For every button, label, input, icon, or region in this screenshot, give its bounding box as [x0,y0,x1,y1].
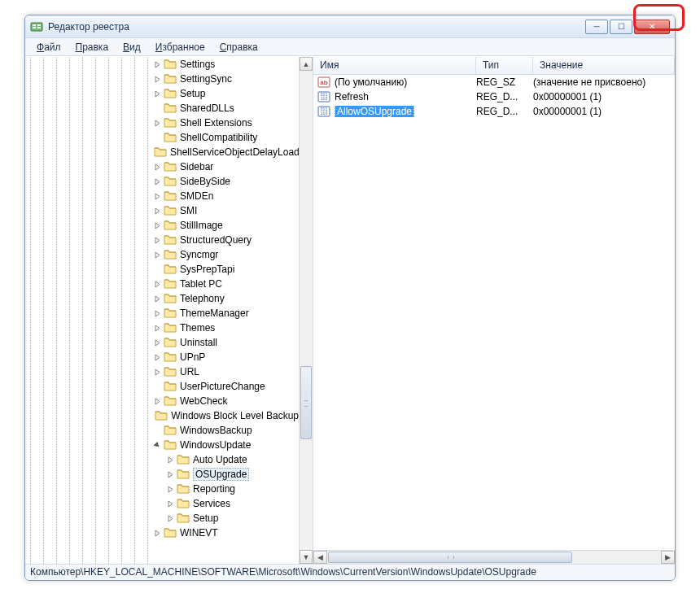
tree-item[interactable]: Sidebar [25,159,299,174]
tree-item[interactable]: Reporting [25,482,299,496]
svg-text:110: 110 [321,111,328,116]
scroll-thumb[interactable] [300,366,312,439]
maximize-button[interactable]: ☐ [610,20,632,34]
expand-icon[interactable] [152,279,162,289]
expand-icon[interactable] [152,191,162,201]
menu-file[interactable]: Файл [30,40,68,55]
expand-icon[interactable] [152,352,162,362]
tree-item[interactable]: Settings [25,57,299,72]
expand-icon[interactable] [152,206,162,216]
folder-icon [177,453,193,467]
value-row[interactable]: 011110RefreshREG_D...0x00000001 (1) [313,89,675,104]
folder-icon [164,526,180,540]
expand-icon[interactable] [165,484,175,494]
expand-icon[interactable] [152,308,162,318]
expand-icon[interactable] [165,499,175,508]
expand-icon[interactable] [152,396,162,406]
expand-icon[interactable] [165,469,175,479]
expand-icon[interactable] [152,235,162,245]
menu-edit[interactable]: Правка [69,40,116,55]
tree-vertical-scrollbar[interactable]: ▲ ▼ [299,57,313,564]
tree-item[interactable]: SMI [25,203,299,218]
tree-item[interactable]: Windows Block Level Backup [25,408,299,423]
tree-item-label: Shell Extensions [180,117,252,129]
tree-item[interactable]: UserPictureChange [25,379,299,394]
expand-icon[interactable] [152,162,162,172]
statusbar-path: Компьютер\HKEY_LOCAL_MACHINE\SOFTWARE\Mi… [25,564,675,580]
tree-item[interactable]: OSUpgrade [25,467,299,482]
values-horizontal-scrollbar[interactable]: ◀ ▶ [313,550,675,564]
tree-item[interactable]: UPnP [25,350,299,364]
values-list[interactable]: ab(По умолчанию)REG_SZ(значение не присв… [313,75,675,550]
expand-icon[interactable] [152,118,162,128]
expand-icon[interactable] [152,89,162,98]
scroll-thumb-h[interactable] [328,552,572,563]
tree-item[interactable]: Telephony [25,291,299,306]
expand-icon[interactable] [152,59,162,69]
scroll-up-button[interactable]: ▲ [300,57,313,71]
column-name[interactable]: Имя [313,57,476,74]
column-type[interactable]: Тип [476,57,533,74]
tree-item[interactable]: Setup [25,511,299,526]
tree-item[interactable]: Tablet PC [25,277,299,291]
scroll-down-button[interactable]: ▼ [300,550,313,564]
tree-item[interactable]: Themes [25,321,299,335]
column-value[interactable]: Значение [533,57,675,74]
menu-view[interactable]: Вид [116,40,147,55]
tree-item[interactable]: Shell Extensions [25,116,299,130]
tree-item[interactable]: Setup [25,86,299,101]
tree-item[interactable]: SMDEn [25,189,299,203]
collapse-icon[interactable] [152,440,162,450]
close-button[interactable]: ✕ [634,20,670,34]
tree-item[interactable]: URL [25,364,299,379]
tree-item-label: UPnP [180,351,205,363]
value-row[interactable]: ab(По умолчанию)REG_SZ(значение не присв… [313,75,675,89]
expand-icon[interactable] [152,323,162,333]
tree-item[interactable]: Uninstall [25,335,299,350]
tree-item[interactable]: ShellServiceObjectDelayLoad [25,145,299,159]
expand-icon[interactable] [152,294,162,303]
tree-item[interactable]: WINEVT [25,526,299,540]
folder-icon [164,292,180,306]
menu-favorites[interactable]: Избранное [149,40,212,55]
registry-tree[interactable]: SettingsSettingSyncSetupSharedDLLsShell … [25,57,299,540]
tree-item-label: StructuredQuery [180,234,252,246]
expand-icon[interactable] [165,513,175,523]
folder-icon [164,351,180,364]
tree-item[interactable]: StillImage [25,218,299,233]
tree-item-label: Sidebar [180,161,213,172]
value-row[interactable]: 011110AllowOSUpgradeREG_D...0x00000001 (… [313,104,675,119]
tree-item[interactable]: SideBySide [25,174,299,189]
scroll-right-button[interactable]: ▶ [661,551,675,564]
expand-icon[interactable] [152,74,162,84]
tree-item[interactable]: WindowsUpdate [25,438,299,452]
tree-item[interactable]: ThemeManager [25,306,299,321]
tree-item[interactable]: StructuredQuery [25,233,299,247]
tree-item[interactable]: Services [25,496,299,511]
tree-item[interactable]: SysPrepTapi [25,262,299,277]
values-header[interactable]: Имя Тип Значение [313,57,675,75]
tree-item-label: Windows Block Level Backup [171,410,299,421]
tree-item[interactable]: SettingSync [25,72,299,86]
tree-item[interactable]: Syncmgr [25,247,299,262]
expand-icon[interactable] [165,455,175,465]
expand-icon[interactable] [152,177,162,186]
tree-item[interactable]: ShellCompatibility [25,130,299,145]
tree-item-label: ShellCompatibility [180,132,257,143]
tree-item[interactable]: WindowsBackup [25,423,299,438]
svg-text:ab: ab [320,79,327,86]
folder-icon [164,277,180,291]
expand-icon[interactable] [152,220,162,230]
expand-icon[interactable] [152,250,162,260]
tree-item-label: WINEVT [180,527,218,539]
menu-help[interactable]: Справка [213,40,265,55]
tree-item[interactable]: Auto Update [25,452,299,467]
tree-item[interactable]: SharedDLLs [25,101,299,116]
expand-icon[interactable] [152,528,162,538]
tree-item[interactable]: WebCheck [25,394,299,408]
expand-icon[interactable] [152,367,162,377]
titlebar[interactable]: Редактор реестра ─ ☐ ✕ [25,15,675,38]
scroll-left-button[interactable]: ◀ [313,551,327,564]
minimize-button[interactable]: ─ [585,20,608,34]
expand-icon[interactable] [152,338,162,347]
